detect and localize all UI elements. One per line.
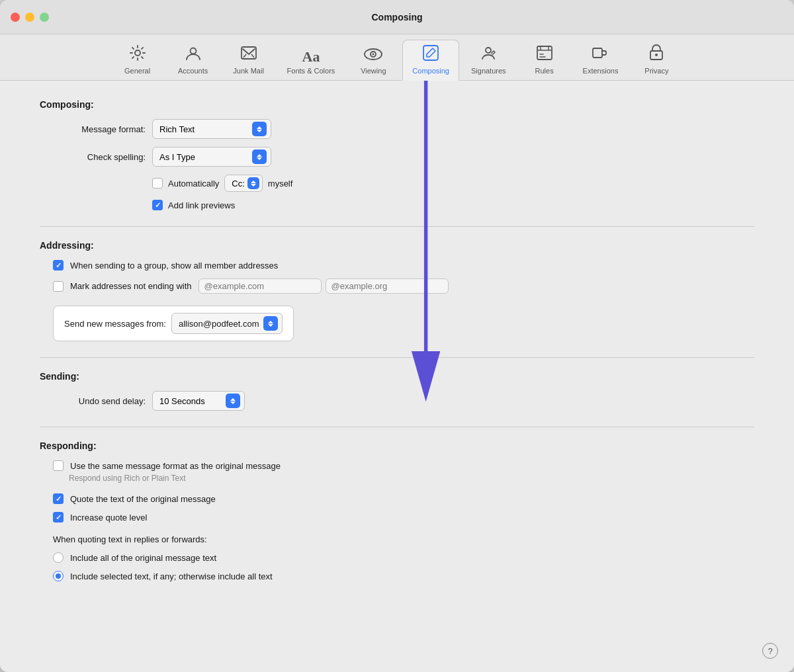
- show-all-members-row: When sending to a group, show all member…: [53, 260, 754, 271]
- composing-section: Composing: Message format: Rich Text: [40, 99, 754, 210]
- toolbar-label-privacy: Privacy: [644, 67, 668, 75]
- general-icon: [129, 44, 146, 64]
- increase-quote-checkbox[interactable]: [53, 512, 64, 523]
- toolbar-label-extensions: Extensions: [583, 67, 619, 75]
- accounts-icon: [185, 44, 202, 64]
- send-from-chevron: [263, 316, 278, 331]
- toolbar-label-accounts: Accounts: [178, 67, 208, 75]
- svg-point-0: [135, 50, 140, 56]
- message-format-row: Message format: Rich Text: [53, 119, 754, 139]
- include-all-radio[interactable]: [53, 552, 64, 563]
- send-from-label: Send new messages from:: [64, 319, 166, 329]
- quote-text-checkbox[interactable]: [53, 493, 64, 504]
- composing-section-label: Composing:: [40, 99, 754, 110]
- cc-chevron: [247, 177, 259, 189]
- undo-delay-select[interactable]: 10 Seconds: [152, 391, 245, 411]
- automatically-row: Automatically Cc: myself: [53, 175, 754, 192]
- main-window: Composing General: [0, 0, 794, 672]
- check-spelling-value: As I Type: [159, 152, 195, 162]
- toolbar-item-general[interactable]: General: [111, 40, 164, 80]
- send-from-email: allison@podfeet.com: [179, 319, 259, 329]
- cc-select[interactable]: Cc:: [224, 175, 263, 192]
- address-input-1[interactable]: [198, 278, 322, 294]
- toolbar-label-signatures: Signatures: [471, 67, 506, 75]
- myself-label: myself: [268, 179, 293, 189]
- responding-rows: Use the same message format as the origi…: [53, 460, 754, 581]
- svg-point-9: [486, 48, 491, 53]
- check-spelling-chevron: [252, 149, 267, 164]
- divider-2: [40, 357, 754, 358]
- svg-line-3: [243, 54, 246, 58]
- toolbar-item-junk-mail[interactable]: Junk Mail: [222, 40, 275, 80]
- svg-rect-11: [593, 48, 602, 58]
- toolbar-item-rules[interactable]: Rules: [518, 40, 571, 80]
- svg-point-13: [655, 54, 658, 56]
- toolbar-item-viewing[interactable]: Viewing: [347, 43, 400, 80]
- add-link-previews-label: Add link previews: [168, 200, 235, 210]
- message-format-select[interactable]: Rich Text: [152, 119, 271, 139]
- automatically-checkbox-row: Automatically Cc: myself: [152, 175, 292, 192]
- toolbar-label-composing: Composing: [412, 67, 449, 75]
- increase-quote-row: Increase quote level: [53, 512, 754, 523]
- sending-section-label: Sending:: [40, 371, 754, 382]
- sending-section: Sending: Undo send delay: 10 Seconds: [40, 371, 754, 411]
- message-format-chevron: [252, 122, 267, 136]
- increase-quote-label: Increase quote level: [70, 513, 147, 523]
- include-selected-row: Include selected text, if any; otherwise…: [53, 571, 754, 581]
- composing-icon: [422, 44, 439, 64]
- toolbar-item-composing[interactable]: Composing: [402, 40, 459, 81]
- settings-content: Composing: Message format: Rich Text: [0, 81, 794, 672]
- include-selected-radio[interactable]: [53, 571, 64, 581]
- undo-delay-value: 10 Seconds: [159, 396, 205, 406]
- include-all-row: Include all of the original message text: [53, 552, 754, 563]
- toolbar-item-privacy[interactable]: Privacy: [630, 40, 683, 80]
- show-all-members-checkbox[interactable]: [53, 260, 64, 271]
- message-format-value: Rich Text: [159, 124, 195, 134]
- toolbar-items: General Accounts: [111, 40, 684, 80]
- automatically-label: Automatically: [168, 179, 219, 189]
- help-button[interactable]: ?: [762, 643, 778, 659]
- quote-text-label: Quote the text of the original message: [70, 494, 216, 504]
- add-link-previews-checkbox[interactable]: [152, 200, 163, 210]
- mark-addresses-checkbox[interactable]: [53, 281, 64, 292]
- privacy-icon: [648, 44, 665, 64]
- automatically-checkbox[interactable]: [152, 178, 163, 189]
- viewing-icon: [363, 47, 383, 64]
- window-title: Composing: [372, 12, 423, 22]
- svg-rect-8: [423, 46, 438, 60]
- undo-delay-chevron: [226, 394, 240, 408]
- toolbar-label-general: General: [124, 67, 150, 75]
- same-format-checkbox[interactable]: [53, 460, 64, 471]
- close-button[interactable]: [11, 13, 20, 22]
- titlebar: Composing: [0, 0, 794, 34]
- send-from-row: Send new messages from: allison@podfeet.…: [53, 306, 754, 341]
- quote-text-row: Quote the text of the original message: [53, 493, 754, 504]
- addressing-rows: When sending to a group, show all member…: [53, 260, 754, 341]
- add-link-previews-row: Add link previews: [53, 200, 754, 210]
- toolbar: General Accounts: [0, 34, 794, 81]
- toolbar-item-fonts-colors[interactable]: Aa Fonts & Colors: [278, 46, 345, 80]
- toolbar-label-junk-mail: Junk Mail: [233, 67, 263, 75]
- toolbar-item-accounts[interactable]: Accounts: [167, 40, 220, 80]
- cc-value: Cc:: [232, 179, 245, 189]
- when-quoting-label: When quoting text in replies or forwards…: [53, 534, 207, 544]
- addressing-section-label: Addressing:: [40, 240, 754, 251]
- maximize-button[interactable]: [40, 13, 49, 22]
- toolbar-item-extensions[interactable]: Extensions: [574, 40, 628, 80]
- check-spelling-select[interactable]: As I Type: [152, 147, 271, 167]
- same-format-sublabel: Respond using Rich or Plain Text: [69, 474, 754, 483]
- toolbar-item-signatures[interactable]: Signatures: [462, 40, 515, 80]
- address-input-2[interactable]: [326, 278, 449, 294]
- window-controls: [11, 13, 49, 22]
- sending-rows: Undo send delay: 10 Seconds: [53, 391, 754, 411]
- rules-icon: [536, 44, 553, 64]
- same-format-row: Use the same message format as the origi…: [53, 460, 754, 471]
- check-spelling-row: Check spelling: As I Type: [53, 147, 754, 167]
- addressing-section: Addressing: When sending to a group, sho…: [40, 240, 754, 341]
- check-spelling-label: Check spelling:: [53, 152, 146, 162]
- send-from-select[interactable]: allison@podfeet.com: [171, 313, 283, 334]
- mark-addresses-label: Mark addresses not ending with: [70, 281, 192, 291]
- junk-mail-icon: [240, 44, 257, 64]
- include-all-label: Include all of the original message text: [70, 553, 216, 563]
- minimize-button[interactable]: [25, 13, 34, 22]
